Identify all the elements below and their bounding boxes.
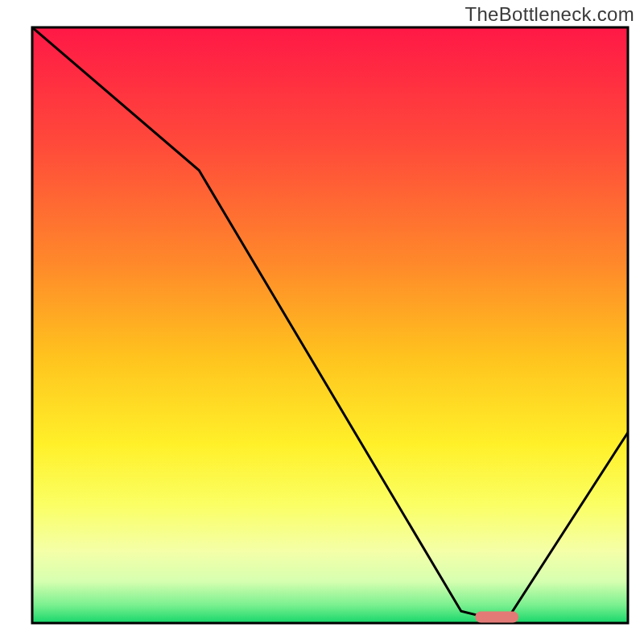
chart-container: TheBottleneck.com [0,0,644,644]
gradient-background [32,27,628,623]
optimal-marker [475,612,518,623]
bottleneck-chart [0,0,644,644]
watermark-text: TheBottleneck.com [464,3,634,26]
